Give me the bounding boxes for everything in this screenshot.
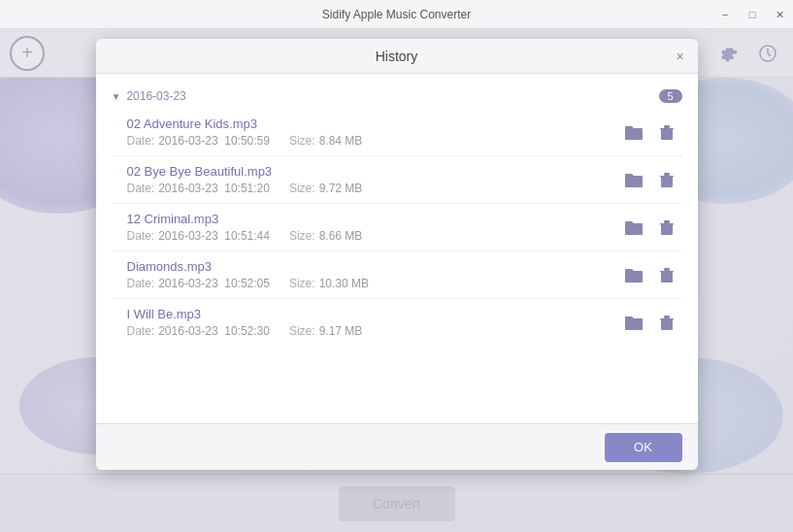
folder-icon [624,124,644,141]
delete-file-button[interactable] [655,168,678,191]
file-meta: Date: 2016-03-23 10:50:59 Size: 8.84 MB [127,134,622,148]
file-entry: 02 Adventure Kids.mp3 Date: 2016-03-23 1… [112,109,682,156]
delete-file-button[interactable] [655,311,678,334]
svg-rect-14 [664,225,666,232]
size-label: Size: [289,134,315,148]
svg-rect-7 [664,173,670,176]
svg-rect-23 [660,318,674,320]
open-folder-button[interactable] [622,311,645,334]
titlebar: Sidify Apple Music Converter − □ ✕ [0,0,793,29]
trash-icon [660,267,674,283]
file-info: I Will Be.mp3 Date: 2016-03-23 10:52:30 … [127,307,622,338]
restore-button[interactable]: □ [739,0,766,29]
modal-close-button[interactable]: × [671,47,690,66]
folder-icon [624,315,644,331]
size-label: Size: [289,324,315,338]
svg-rect-13 [660,223,674,225]
trash-icon [660,219,674,236]
folder-icon [624,267,644,283]
file-actions [622,216,678,239]
app-title: Sidify Apple Music Converter [322,8,471,21]
file-datetime: 2016-03-23 10:51:44 [158,229,270,243]
file-datetime: 2016-03-23 10:50:59 [158,134,270,148]
svg-rect-16 [661,271,673,283]
svg-rect-18 [660,271,674,273]
file-size: 8.66 MB [319,229,363,243]
file-size: 9.72 MB [319,182,363,195]
date-label: Date: [127,134,155,148]
svg-rect-9 [664,178,666,184]
date-group-header: ▼ 2016-03-23 5 [112,83,682,109]
date-label: Date: [127,324,155,338]
svg-rect-17 [664,268,670,271]
svg-rect-22 [664,316,670,318]
titlebar-controls: − □ ✕ [711,0,793,29]
file-name: Diamonds.mp3 [127,259,622,274]
svg-rect-24 [664,320,666,327]
open-folder-button[interactable] [622,263,645,286]
modal-footer: OK [96,423,698,470]
folder-icon [624,219,644,236]
svg-rect-20 [668,273,670,280]
open-folder-button[interactable] [622,216,645,239]
trash-icon [660,315,674,331]
file-name: 12 Criminal.mp3 [127,212,622,226]
file-info: Diamonds.mp3 Date: 2016-03-23 10:52:05 S… [127,259,622,290]
date-label: Date: [127,229,155,243]
modal-header: History × [96,39,698,74]
trash-icon [660,172,674,188]
size-label: Size: [289,229,315,243]
file-name: 02 Bye Bye Beautiful.mp3 [127,164,622,179]
svg-rect-10 [668,178,670,184]
file-name: I Will Be.mp3 [127,307,622,321]
open-folder-button[interactable] [622,168,645,191]
file-meta: Date: 2016-03-23 10:51:20 Size: 9.72 MB [127,182,622,195]
file-size: 8.84 MB [319,134,363,148]
delete-file-button[interactable] [655,216,678,239]
file-list: 02 Adventure Kids.mp3 Date: 2016-03-23 1… [112,109,682,346]
file-datetime: 2016-03-23 10:52:05 [158,277,270,290]
modal-content: ▼ 2016-03-23 5 02 Adventure Kids.mp3 Dat… [96,74,698,423]
file-datetime: 2016-03-23 10:51:20 [158,182,270,195]
modal-overlay: History × ▼ 2016-03-23 5 02 Adventure Ki… [0,29,793,532]
file-actions [622,168,678,191]
file-actions [622,263,678,286]
count-badge: 5 [659,89,682,103]
delete-file-button[interactable] [655,263,678,286]
svg-rect-19 [664,273,666,280]
file-info: 02 Adventure Kids.mp3 Date: 2016-03-23 1… [127,116,622,148]
ok-button[interactable]: OK [605,433,682,462]
svg-rect-4 [664,130,666,137]
file-datetime: 2016-03-23 10:52:30 [158,324,270,338]
collapse-triangle-icon: ▼ [112,91,121,102]
trash-icon [660,124,674,141]
folder-icon [624,172,644,188]
svg-rect-3 [660,128,674,130]
file-name: 02 Adventure Kids.mp3 [127,116,622,131]
delete-file-button[interactable] [655,120,678,144]
svg-rect-8 [660,176,674,178]
file-size: 9.17 MB [319,324,363,338]
app-window: Sidify Apple Music Converter − □ ✕ + [0,0,793,532]
date-group-left: ▼ 2016-03-23 [112,89,186,103]
size-label: Size: [289,182,315,195]
open-folder-button[interactable] [622,120,645,144]
file-entry: 02 Bye Bye Beautiful.mp3 Date: 2016-03-2… [112,156,682,204]
svg-rect-15 [668,225,670,232]
size-label: Size: [289,277,315,290]
svg-rect-1 [661,128,673,140]
minimize-button[interactable]: − [711,0,739,29]
modal-title: History [376,49,418,64]
file-entry: I Will Be.mp3 Date: 2016-03-23 10:52:30 … [112,299,682,346]
svg-rect-6 [661,176,673,187]
date-group-label: 2016-03-23 [126,89,185,103]
close-button[interactable]: ✕ [766,0,793,29]
svg-rect-5 [668,130,670,137]
file-actions [622,120,678,144]
file-info: 02 Bye Bye Beautiful.mp3 Date: 2016-03-2… [127,164,622,195]
file-info: 12 Criminal.mp3 Date: 2016-03-23 10:51:4… [127,212,622,243]
history-modal: History × ▼ 2016-03-23 5 02 Adventure Ki… [96,39,698,470]
svg-rect-25 [668,320,670,327]
svg-rect-2 [664,125,670,128]
svg-rect-21 [661,318,673,330]
